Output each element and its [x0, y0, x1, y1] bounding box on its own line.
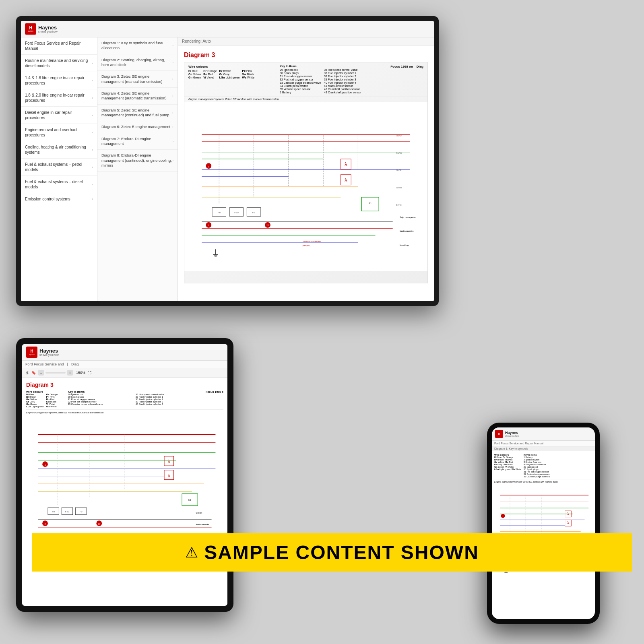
wire-colours-grid: Bl BlueOr Orange Br BrownPk Pink Ge Yell… [188, 70, 254, 79]
chevron-right-icon: › [92, 79, 93, 83]
diagram-view: Diagram 3 Wire colours Bl BlueOr Orange [178, 45, 434, 301]
main-content: Rendering: Auto Diagram 3 Wire colours [178, 37, 434, 301]
desktop-header: H aynes Haynes shows you how [21, 21, 434, 37]
tablet-logo-h: H [30, 349, 33, 353]
phone-wire-list: Bl Blue Or Orange Br Brown Pk Pink Ge Ye… [494, 456, 521, 471]
phone-diag-label: Diagram 1: Key to symbols [494, 447, 528, 450]
phone-body: Ford Focus Service and Repair Manual Dia… [492, 441, 595, 619]
sidebar-item-label: Cooling, heating & air conditioning syst… [25, 144, 92, 155]
sample-content-banner: ⚠ SAMPLE CONTENT SHOWN [32, 533, 632, 572]
chevron-right-icon: › [92, 148, 93, 152]
tablet-diagram-title: Diagram 3 [26, 382, 223, 388]
wiring-svg: F8 F20 F9 λ λ [184, 102, 427, 271]
svg-text:Ws/Bl: Ws/Bl [396, 186, 401, 189]
sidebar-item-label: Engine removal and overhaul procedures [25, 127, 92, 138]
logo-sub: aynes [28, 30, 33, 32]
diagram-item-label: Diagram 8: Endura-DI engine management (… [101, 153, 172, 168]
sidebar-item-fuel-petrol[interactable]: Fuel & exhaust systems – petrol models › [21, 159, 97, 176]
svg-text:λ: λ [345, 161, 347, 167]
tablet-focus-title: Focus 1998 c [206, 390, 223, 408]
logo-haynes-text: Haynes shows you how [38, 25, 58, 33]
sidebar-item-engine-removal[interactable]: Engine removal and overhaul procedures › [21, 124, 97, 141]
key-items-grid: 29 Ignition coil36 Idle speed control va… [280, 68, 365, 94]
chevron-right-icon: › [92, 183, 93, 186]
svg-text:Instruments: Instruments [400, 230, 414, 232]
svg-text:1: 1 [44, 464, 45, 466]
diagram-item-6[interactable]: Diagram 6: Zetec E engine management › [97, 121, 178, 133]
sidebar-item-fuel-diesel[interactable]: Fuel & exhaust systems – diesel models › [21, 176, 97, 193]
logo-haynes-tagline: shows you how [38, 30, 58, 33]
diagram-item-2[interactable]: Diagram 2: Starting, charging, airbag, h… [97, 54, 178, 71]
sidebar-item-cooling[interactable]: Cooling, heating & air conditioning syst… [21, 141, 97, 159]
phone-key-items: Key to items 1 Battery 2 Ignition switch… [524, 454, 592, 478]
diagram-item-7[interactable]: Diagram 7: Endura-DI engine management › [97, 133, 178, 150]
tablet-haynes-tagline: shows you how [39, 353, 59, 356]
sidebar-item-emission[interactable]: Emission control systems › [21, 193, 97, 205]
svg-text:λ: λ [168, 473, 170, 478]
chevron-right-icon: › [172, 77, 173, 81]
diagram-item-label: Diagram 7: Endura-DI engine management [101, 136, 172, 147]
tablet-wire-colours: Wire colours Bl BlueOr Orange Br BrownPk… [26, 390, 64, 408]
toolbar-icon-bookmark[interactable]: 🔖 [31, 371, 36, 375]
svg-text:2: 2 [44, 523, 45, 525]
chevron-right-icon: › [172, 94, 173, 98]
sidebar-item-label: Emission control systems [25, 196, 92, 202]
svg-text:F20: F20 [65, 510, 70, 513]
toolbar-icon-fullscreen[interactable]: ⛶ [88, 371, 91, 375]
toolbar-icon-print[interactable]: 🖨 [25, 371, 29, 375]
phone-header: H Haynes shows you how [492, 427, 595, 441]
chevron-right-icon: › [172, 140, 173, 143]
sidebar-item-diesel[interactable]: Diesel engine in-car repair procedures › [21, 107, 97, 124]
svg-text:λ: λ [168, 458, 170, 464]
svg-text:F8: F8 [218, 211, 221, 214]
sidebar-item-label: 1.4 & 1.6 litre engine in-car repair pro… [25, 75, 92, 86]
diagram-item-label: Diagram 1: Key to symbols and fuse alloc… [101, 41, 172, 51]
diagram-item-8[interactable]: Diagram 8: Endura-DI engine management (… [97, 150, 178, 171]
svg-text:Clock: Clock [196, 512, 202, 514]
diagram-item-label: Diagram 3: Zetec SE engine management (m… [101, 74, 172, 84]
diagram-item-3[interactable]: Diagram 3: Zetec SE engine management (m… [97, 71, 178, 88]
svg-text:Gn/Ro: Gn/Ro [396, 169, 402, 171]
phone-engine-label: Engine management system Zetec SE models… [494, 481, 592, 483]
svg-text:F9: F9 [80, 510, 83, 513]
diagram-item-1[interactable]: Diagram 1: Key to symbols and fuse alloc… [97, 37, 178, 54]
tablet-nav-diag: Diag [71, 362, 79, 366]
tablet-header: H aynes Haynes shows you how [22, 344, 227, 361]
tablet-engine-label: Engine management system Zetec SE models… [26, 411, 223, 414]
phone-wire-colours: Wire colours Bl Blue Or Orange Br Brown … [494, 454, 521, 478]
warning-icon: ⚠ [185, 544, 198, 561]
svg-text:λ: λ [567, 521, 569, 525]
chevron-right-icon: › [92, 197, 93, 201]
diagram-item-5[interactable]: Diagram 5: Zetec SE engine management (c… [97, 105, 178, 122]
diagram-item-4[interactable]: Diagram 4: Zetec SE engine management (a… [97, 88, 178, 105]
sidebar-item-engine-18-20[interactable]: 1.8 & 2.0 litre engine in-car repair pro… [21, 89, 97, 107]
diagram-list: Diagram 1: Key to symbols and fuse alloc… [97, 37, 178, 301]
sidebar-item-ford-focus[interactable]: Ford Focus Service and Repair Manual [21, 37, 97, 55]
desktop-device: H aynes Haynes shows you how Ford Focus … [16, 16, 439, 306]
svg-text:Arrow L: Arrow L [302, 244, 311, 247]
phone-haynes-logo: H Haynes shows you how [495, 430, 519, 438]
zoom-out-button[interactable]: - [38, 370, 44, 376]
phone-haynes-name: Haynes [505, 431, 519, 435]
svg-text:27: 27 [98, 523, 101, 525]
chevron-right-icon: › [172, 61, 173, 64]
phone-wire-section: Wire colours Bl Blue Or Orange Br Brown … [494, 454, 592, 479]
sidebar-item-engine-14-16[interactable]: 1.4 & 1.6 litre engine in-car repair pro… [21, 72, 97, 89]
chevron-right-icon: › [172, 111, 173, 115]
zoom-control: - + 150% [38, 370, 85, 376]
phone-diag-nav: Diagram 1: Key to symbols [492, 446, 595, 451]
svg-text:F20: F20 [234, 211, 239, 214]
sidebar-item-routine[interactable]: Routine maintenance and servicing – dies… [21, 55, 97, 72]
tablet-nav-book: Ford Focus Service and [25, 362, 64, 366]
diagram-item-label: Diagram 4: Zetec SE engine management (a… [101, 91, 172, 101]
page-container: H aynes Haynes shows you how Ford Focus … [0, 0, 644, 644]
zoom-slider[interactable] [45, 372, 66, 374]
svg-text:Sw/Or: Sw/Or [396, 152, 402, 154]
key-items-title: Key to items [280, 65, 365, 68]
diagram-content: Diagram 3 Wire colours Bl BlueOr Orange [178, 45, 434, 289]
zoom-in-button[interactable]: + [67, 370, 73, 376]
zoom-level: 150% [76, 371, 85, 375]
key-items: Key to items 29 Ignition coil36 Idle spe… [280, 65, 365, 94]
tablet-wire-section: Wire colours Bl BlueOr Orange Br BrownPk… [26, 390, 223, 410]
phone-device: H Haynes shows you how Ford Focus Servic… [487, 423, 600, 624]
